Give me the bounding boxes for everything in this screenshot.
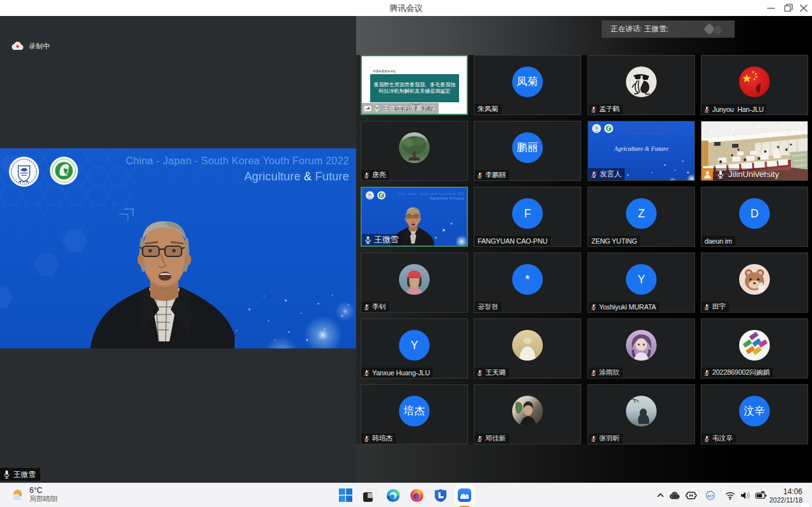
svg-text:ALT: ALT [707, 494, 713, 498]
